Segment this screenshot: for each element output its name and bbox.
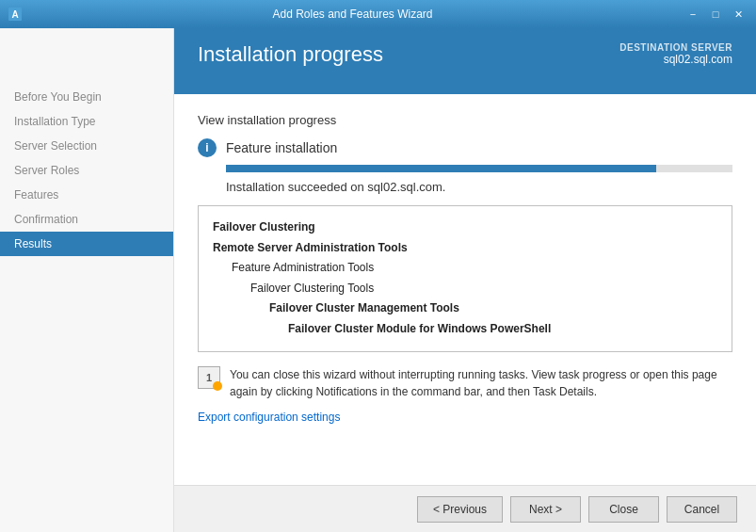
notification-icon: 1 — [198, 366, 220, 389]
install-success-text: Installation succeeded on sql02.sql.com. — [226, 180, 732, 194]
page-title: Installation progress — [198, 42, 383, 67]
list-item: Feature Administration Tools — [213, 258, 717, 279]
sidebar-item-server-selection[interactable]: Server Selection — [0, 134, 173, 158]
progress-bar-container — [226, 165, 732, 172]
sidebar-item-before-you-begin[interactable]: Before You Begin — [0, 85, 173, 109]
main-container: Before You Begin Installation Type Serve… — [0, 28, 756, 532]
minimize-button[interactable]: − — [683, 5, 703, 24]
list-item: Failover Cluster Management Tools — [213, 298, 717, 319]
list-item: Failover Cluster Module for Windows Powe… — [213, 319, 717, 340]
sidebar-item-confirmation[interactable]: Confirmation — [0, 207, 173, 232]
sidebar-item-installation-type[interactable]: Installation Type — [0, 109, 173, 134]
info-icon: i — [198, 138, 217, 157]
close-window-button[interactable]: ✕ — [728, 5, 748, 24]
content-body: View installation progress i Feature ins… — [174, 94, 756, 485]
sidebar-item-server-roles[interactable]: Server Roles — [0, 158, 173, 183]
destination-server-label: DESTINATION SERVER — [619, 42, 732, 53]
destination-server-name: sql02.sql.com — [619, 53, 732, 66]
sidebar: Before You Begin Installation Type Serve… — [0, 28, 174, 532]
destination-server-info: DESTINATION SERVER sql02.sql.com — [619, 42, 732, 66]
progress-bar-fill — [226, 165, 656, 172]
titlebar-title: Add Roles and Features Wizard — [23, 8, 683, 21]
maximize-button[interactable]: □ — [705, 5, 726, 24]
list-item: Failover Clustering — [213, 218, 717, 238]
export-configuration-link[interactable]: Export configuration settings — [198, 411, 340, 424]
sidebar-item-results[interactable]: Results — [0, 232, 173, 256]
notification-badge — [213, 381, 222, 391]
app-icon: A — [8, 7, 23, 22]
feature-install-title: Feature installation — [226, 140, 337, 155]
titlebar: A Add Roles and Features Wizard − □ ✕ — [0, 0, 756, 28]
notification-area: 1 You can close this wizard without inte… — [198, 366, 732, 400]
previous-button[interactable]: < Previous — [417, 496, 503, 523]
cancel-button[interactable]: Cancel — [667, 496, 737, 523]
content-area: Installation progress DESTINATION SERVER… — [174, 28, 756, 532]
footer: < Previous Next > Close Cancel — [174, 485, 756, 532]
feature-list-box: Failover Clustering Remote Server Admini… — [198, 205, 732, 352]
content-header: Installation progress DESTINATION SERVER… — [174, 28, 756, 94]
next-button[interactable]: Next > — [510, 496, 581, 523]
svg-text:A: A — [11, 9, 18, 20]
view-progress-label: View installation progress — [198, 113, 732, 127]
list-item: Failover Clustering Tools — [213, 279, 717, 299]
notification-text: You can close this wizard without interr… — [230, 366, 732, 400]
list-item: Remote Server Administration Tools — [213, 238, 717, 259]
titlebar-controls: − □ ✕ — [683, 5, 748, 24]
feature-install-row: i Feature installation — [198, 138, 732, 157]
close-button[interactable]: Close — [588, 496, 659, 523]
sidebar-item-features[interactable]: Features — [0, 183, 173, 207]
